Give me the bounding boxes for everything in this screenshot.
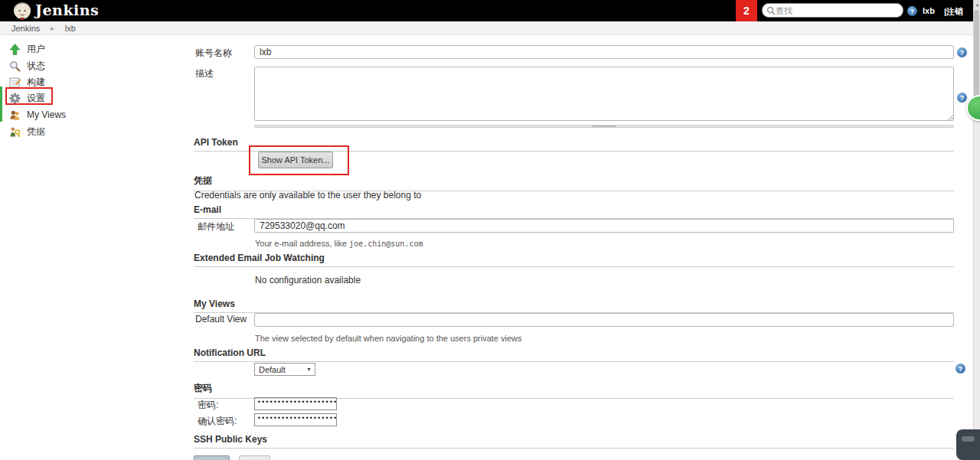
confirm-password-input[interactable]: •••••••••••••••••••••••••••••••••• [254,413,337,426]
fullname-label: 账号名称 [195,47,232,60]
fullname-input[interactable] [254,45,954,59]
search-input[interactable] [776,6,890,15]
section-extended-email: Extended Email Job Watching [194,253,954,267]
save-button-partial[interactable] [194,455,230,460]
screen-tool-pill-icon [962,436,975,442]
sidebar-item-people[interactable]: 用户 [9,42,45,56]
breadcrumb-user[interactable]: lxb [65,24,76,33]
logout-link[interactable]: |注销 [944,6,963,18]
email-label: 邮件地址 [198,220,234,233]
description-label: 描述 [195,67,214,80]
email-input[interactable] [254,219,954,233]
textarea-drag-bar[interactable] [254,125,954,128]
password-label: 密码: [198,399,218,412]
sidebar-item-credentials[interactable]: 凭据 [9,125,45,139]
extended-email-note: No configuration available [255,275,361,285]
search-box[interactable] [762,3,903,18]
screen-tool-widget[interactable] [956,429,980,460]
section-password: 密码 [194,382,954,399]
apply-button-partial[interactable] [239,455,270,460]
breadcrumb: Jenkins ▸ lxb [0,21,973,35]
search-help-icon[interactable]: ? [907,6,917,16]
default-view-help-text: The view selected by default when naviga… [255,334,522,343]
section-notification-url: Notification URL [194,347,954,362]
email-help-prefix: Your e-mail address, like [255,239,349,248]
app-title[interactable]: Jenkins [35,2,99,18]
jenkins-logo-icon[interactable] [13,2,31,20]
sidebar-item-my-views[interactable]: My Views [9,108,66,122]
email-help-text: Your e-mail address, like joe.chin@sun.c… [255,239,423,248]
arrow-up-icon [9,44,21,55]
fullname-help-icon[interactable]: ? [957,47,967,57]
section-ssh-public-keys: SSH Public Keys [194,434,954,449]
green-edge-tab [0,86,2,122]
annotation-step-badge: 2 [736,0,757,21]
description-textarea[interactable] [254,67,954,121]
notification-url-selected: Default [259,365,286,374]
sidebar-item-label: 凭据 [27,126,45,139]
scrollbar-up-arrow-icon[interactable]: ▲ [974,0,980,9]
section-credentials: 凭据 [194,175,954,191]
email-help-example: joe.chin@sun.com [349,240,423,248]
default-view-input[interactable] [254,313,954,327]
jenkins-user-config-page: Jenkins 2 ? lxb |注销 Jenkins ▸ lxb 用户 状态 [0,0,980,460]
chevron-down-icon: ▼ [306,367,312,372]
annotation-rect-api-token [249,145,349,175]
sidebar-item-label: My Views [27,109,66,120]
sidebar-item-label: 用户 [27,43,45,56]
textarea-resize-handle-icon[interactable] [946,113,954,121]
sidebar-item-label: 状态 [27,60,45,73]
sidebar-item-status[interactable]: 状态 [9,59,45,73]
section-email: E-mail [194,204,954,219]
confirm-password-label: 确认密码: [198,415,237,428]
breadcrumb-separator-icon: ▸ [51,24,54,32]
section-my-views: My Views [194,299,954,313]
default-view-label: Default View [195,314,247,325]
annotation-rect-configure [5,87,53,105]
notification-url-help-icon[interactable]: ? [956,364,965,374]
credentials-icon [9,126,21,138]
build-history-icon [9,77,21,88]
green-circle-widget[interactable] [966,95,980,121]
people-icon [9,109,21,121]
description-help-icon[interactable]: ? [957,93,967,103]
credentials-note: Credentials are only available to the us… [194,190,421,201]
notification-url-select[interactable]: Default ▼ [254,363,315,376]
header-username-link[interactable]: lxb [923,6,935,15]
drag-grip[interactable] [593,126,616,127]
breadcrumb-jenkins[interactable]: Jenkins [11,24,40,33]
search-icon [766,6,776,15]
search-icon [9,60,21,72]
sidebar-item-label: 构建 [27,76,45,89]
header-bar: Jenkins 2 ? lxb |注销 [0,0,973,21]
password-input[interactable]: •••••••••••••••••••••••••••••••••• [254,397,337,410]
